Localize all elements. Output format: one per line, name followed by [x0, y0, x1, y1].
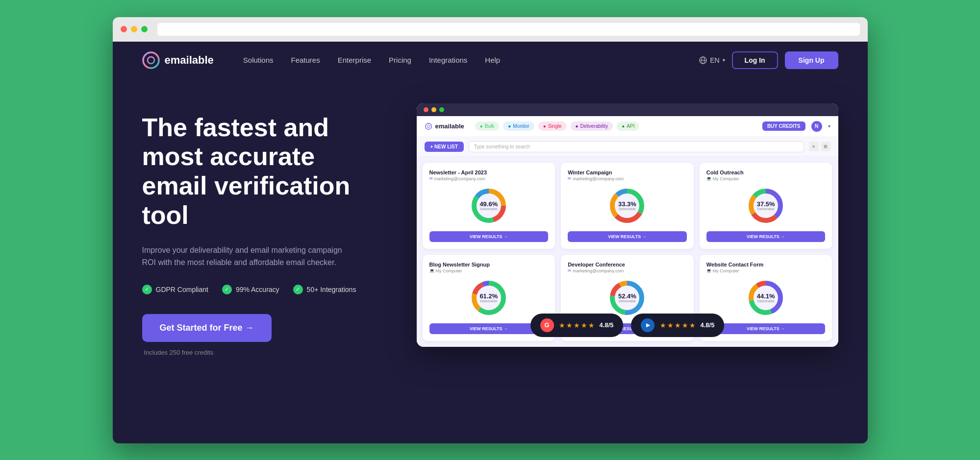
svg-point-6 — [425, 123, 431, 129]
svg-point-7 — [427, 125, 429, 127]
nav-features[interactable]: Features — [291, 56, 320, 64]
donut-center: 49.6% Deliverable — [479, 201, 498, 211]
g2-stars: ★ ★ ★ ★ ★ — [559, 321, 595, 329]
app-nav-tabs: ● Bulk ● Monitor ● Single ● Deliverabili… — [475, 121, 756, 131]
view-results-button[interactable]: VIEW RESULTS → — [429, 231, 549, 242]
star-5: ★ — [689, 321, 696, 329]
donut-wrap: 33.3% Deliverable — [607, 186, 647, 225]
browser-toolbar — [113, 17, 868, 42]
check-icon-integrations: ✓ — [293, 285, 303, 294]
app-subbar: + NEW LIST Type something to search ≡ ⊞ — [417, 137, 838, 157]
donut-center: 52.4% Deliverable — [618, 293, 636, 303]
new-list-button[interactable]: + NEW LIST — [425, 142, 464, 152]
capterra-score: 4.8/5 — [701, 321, 715, 329]
app-preview: emailable ● Bulk ● Monitor ● Single — [417, 103, 838, 347]
grid-view-icon[interactable]: ⊞ — [821, 142, 830, 151]
email-icon: ✉ — [568, 176, 571, 181]
check-icon-accuracy: ✓ — [222, 285, 232, 294]
card-email: 💻My Computer — [706, 268, 826, 273]
donut-percentage: 61.2% — [479, 293, 498, 299]
donut-chart: 37.5% Deliverable — [706, 186, 826, 225]
donut-label: Deliverable — [479, 207, 498, 211]
features-row: ✓ GDPR Compliant ✓ 99% Accuracy ✓ 50+ In… — [142, 285, 387, 294]
computer-icon: 💻 — [429, 268, 434, 273]
search-input[interactable]: Type something to search — [469, 141, 804, 152]
g2-logo: G — [540, 318, 554, 332]
donut-wrap: 44.1% Deliverable — [746, 278, 785, 317]
donut-chart: 44.1% Deliverable — [706, 278, 826, 317]
app-tab-monitor[interactable]: ● Monitor — [503, 121, 534, 131]
list-item: Newsletter - April 2023 ✉marketing@compa… — [423, 163, 555, 249]
logo-area: emailable — [142, 51, 214, 69]
lang-label: EN — [710, 56, 719, 64]
g2-rating-badge: G ★ ★ ★ ★ ★ 4.8/5 — [530, 314, 624, 337]
app-tab-bulk[interactable]: ● Bulk — [475, 121, 500, 131]
rating-badges: G ★ ★ ★ ★ ★ 4.8/5 ▶ ★ — [530, 314, 725, 337]
app-logo-icon — [425, 122, 432, 130]
list-view-icon[interactable]: ≡ — [809, 142, 819, 151]
email-icon: ✉ — [568, 268, 571, 273]
app-logo-text: emailable — [435, 122, 464, 130]
browser-dot-green[interactable] — [141, 26, 148, 32]
donut-center: 37.5% Deliverable — [757, 201, 775, 211]
language-selector[interactable]: EN ▾ — [699, 56, 725, 64]
card-email: ✉marketing@company.com — [568, 268, 687, 273]
nav-links: Solutions Features Enterprise Pricing In… — [243, 56, 699, 64]
main-content: emailable Solutions Features Enterprise … — [113, 42, 868, 443]
donut-wrap: 37.5% Deliverable — [746, 186, 785, 225]
signup-button[interactable]: Sign Up — [785, 51, 838, 69]
avatar-chevron-icon: ▾ — [828, 123, 830, 129]
donut-label: Deliverable — [618, 207, 636, 211]
feature-accuracy-label: 99% Accuracy — [236, 286, 279, 293]
star-1: ★ — [559, 321, 565, 329]
browser-dot-yellow[interactable] — [131, 26, 137, 32]
check-icon-gdpr: ✓ — [142, 285, 152, 294]
star-2: ★ — [667, 321, 674, 329]
login-button[interactable]: Log In — [732, 51, 778, 69]
nav-enterprise[interactable]: Enterprise — [338, 56, 371, 64]
capterra-rating-badge: ▶ ★ ★ ★ ★ ★ 4.8/5 — [631, 314, 725, 337]
app-nav: emailable ● Bulk ● Monitor ● Single — [417, 116, 838, 137]
app-tab-api[interactable]: ● API — [617, 121, 639, 131]
hero-right: emailable ● Bulk ● Monitor ● Single — [417, 98, 838, 347]
app-dot-yellow — [431, 107, 436, 112]
donut-percentage: 44.1% — [757, 293, 775, 299]
card-title: Blog Newsletter Signup — [429, 262, 549, 267]
cta-button[interactable]: Get Started for Free → — [142, 314, 272, 342]
card-title: Cold Outreach — [706, 169, 826, 175]
email-icon: ✉ — [429, 176, 433, 181]
view-results-button[interactable]: VIEW RESULTS → — [568, 231, 687, 242]
list-item: Cold Outreach 💻My Computer 37.5% Deliver… — [700, 163, 832, 249]
star-5: ★ — [588, 321, 595, 329]
nav-solutions[interactable]: Solutions — [243, 56, 274, 64]
nav-help[interactable]: Help — [485, 56, 500, 64]
app-tab-deliverability[interactable]: ● Deliverability — [571, 121, 613, 131]
donut-label: Deliverable — [618, 299, 636, 303]
svg-point-1 — [148, 57, 154, 64]
card-title: Newsletter - April 2023 — [429, 169, 549, 175]
browser-dot-red[interactable] — [121, 26, 127, 32]
app-tab-single[interactable]: ● Single — [538, 121, 567, 131]
capterra-stars: ★ ★ ★ ★ ★ — [660, 321, 696, 329]
view-results-button[interactable]: VIEW RESULTS → — [706, 231, 826, 242]
address-bar[interactable] — [157, 23, 860, 36]
capterra-logo: ▶ — [641, 318, 655, 332]
app-dot-green — [439, 107, 444, 112]
nav-pricing[interactable]: Pricing — [389, 56, 411, 64]
donut-wrap: 52.4% Deliverable — [607, 278, 647, 317]
feature-gdpr: ✓ GDPR Compliant — [142, 285, 208, 294]
feature-accuracy: ✓ 99% Accuracy — [222, 285, 279, 294]
chevron-down-icon: ▾ — [723, 57, 725, 63]
emailable-logo-icon — [142, 51, 160, 69]
star-3: ★ — [574, 321, 580, 329]
computer-icon: 💻 — [706, 176, 711, 181]
cta-note: Includes 250 free credits — [144, 349, 387, 356]
cta-button-label: Get Started for Free → — [160, 323, 254, 333]
nav-actions: EN ▾ Log In Sign Up — [699, 51, 838, 69]
nav-integrations[interactable]: Integrations — [429, 56, 467, 64]
hero-section: The fastest and most accurate email veri… — [113, 79, 868, 386]
donut-chart: 61.2% Deliverable — [429, 278, 549, 317]
buy-credits-button[interactable]: BUY CREDITS — [762, 121, 805, 131]
card-email: ✉marketing@company.com — [568, 176, 687, 181]
card-title: Website Contact Form — [706, 262, 826, 267]
